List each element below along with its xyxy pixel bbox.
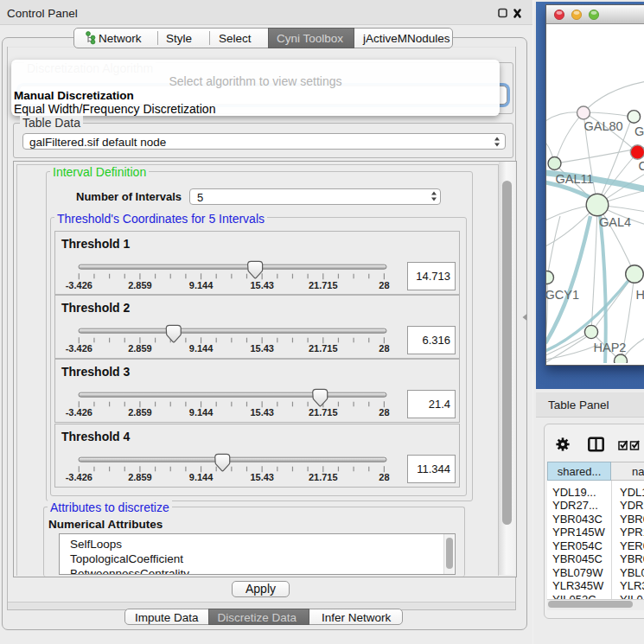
svg-text:28: 28 xyxy=(379,472,389,482)
svg-text:CY: CY xyxy=(639,159,644,173)
svg-text:-3.426: -3.426 xyxy=(66,408,92,418)
svg-text:2.859: 2.859 xyxy=(128,408,152,418)
svg-text:9.144: 9.144 xyxy=(189,408,214,418)
svg-text:21.715: 21.715 xyxy=(309,472,338,482)
svg-text:9.144: 9.144 xyxy=(189,344,214,354)
svg-text:GAL4: GAL4 xyxy=(599,215,631,229)
svg-text:2.859: 2.859 xyxy=(128,280,152,290)
svg-text:-3.426: -3.426 xyxy=(66,344,92,354)
svg-text:2.859: 2.859 xyxy=(128,472,152,482)
svg-text:28: 28 xyxy=(379,408,389,418)
svg-text:9.144: 9.144 xyxy=(189,280,214,290)
svg-text:15.43: 15.43 xyxy=(250,344,274,354)
svg-text:28: 28 xyxy=(379,344,389,354)
svg-text:-3.426: -3.426 xyxy=(66,280,92,290)
svg-text:21.715: 21.715 xyxy=(309,280,338,290)
svg-text:H: H xyxy=(636,288,644,302)
svg-text:21.715: 21.715 xyxy=(309,344,338,354)
svg-text:15.43: 15.43 xyxy=(250,408,274,418)
svg-text:28: 28 xyxy=(379,280,389,290)
svg-text:15.43: 15.43 xyxy=(250,472,274,482)
svg-text:GA: GA xyxy=(634,124,644,138)
svg-text:9.144: 9.144 xyxy=(189,472,214,482)
svg-text:GAL11: GAL11 xyxy=(556,172,594,186)
svg-text:HAP2: HAP2 xyxy=(594,341,627,354)
svg-text:-3.426: -3.426 xyxy=(66,472,92,482)
svg-text:GCY1: GCY1 xyxy=(546,288,579,302)
svg-text:GAL80: GAL80 xyxy=(584,119,623,133)
svg-text:15.43: 15.43 xyxy=(250,280,274,290)
svg-text:21.715: 21.715 xyxy=(309,408,338,418)
svg-text:2.859: 2.859 xyxy=(128,344,152,354)
